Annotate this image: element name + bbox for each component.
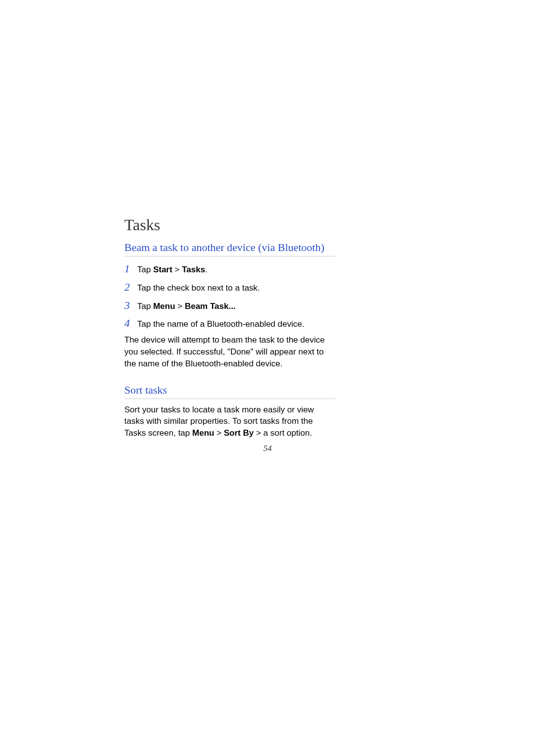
section-heading-sort: Sort tasks: [124, 384, 335, 399]
list-item: 3 Tap Menu > Beam Task...: [124, 298, 335, 313]
list-item: 1 Tap Start > Tasks.: [124, 261, 335, 277]
bold-text: Tasks: [182, 265, 205, 274]
bold-text: Start: [153, 265, 172, 274]
list-item: 2 Tap the check box next to a task.: [124, 280, 335, 295]
bold-text: Menu: [153, 302, 175, 311]
text: Tap: [137, 265, 153, 274]
text: >: [172, 265, 182, 274]
text: Tap the check box next to a task.: [137, 283, 260, 293]
page-number: 54: [0, 444, 535, 454]
text: Tap: [137, 302, 153, 311]
step-number: 2: [124, 280, 130, 295]
step-list: 1 Tap Start > Tasks. 2 Tap the check box…: [124, 261, 335, 331]
bold-text: Menu: [192, 428, 214, 438]
section-heading-beam: Beam a task to another device (via Bluet…: [124, 241, 335, 256]
text: > a sort option.: [254, 428, 312, 438]
text: Tap the name of a Bluetooth-enabled devi…: [137, 319, 304, 329]
step-number: 1: [124, 261, 130, 277]
step-number: 3: [124, 298, 130, 313]
text: >: [175, 302, 185, 311]
step-number: 4: [124, 316, 130, 331]
section-sort: Sort tasks Sort your tasks to locate a t…: [124, 384, 335, 439]
step-text: Tap Menu > Beam Task...: [137, 301, 335, 312]
page-title: Tasks: [124, 216, 335, 234]
text: >: [214, 428, 223, 438]
list-item: 4 Tap the name of a Bluetooth-enabled de…: [124, 316, 335, 331]
step-text: Tap the check box next to a task.: [137, 282, 335, 294]
followup-paragraph: The device will attempt to beam the task…: [124, 334, 335, 369]
step-text: Tap the name of a Bluetooth-enabled devi…: [137, 318, 335, 330]
bold-text: Beam Task...: [185, 302, 236, 311]
text: .: [205, 265, 208, 274]
bold-text: Sort By: [224, 428, 254, 438]
paragraph: Sort your tasks to locate a task more ea…: [124, 404, 335, 439]
step-text: Tap Start > Tasks.: [137, 264, 335, 276]
document-page: Tasks Beam a task to another device (via…: [124, 216, 335, 439]
